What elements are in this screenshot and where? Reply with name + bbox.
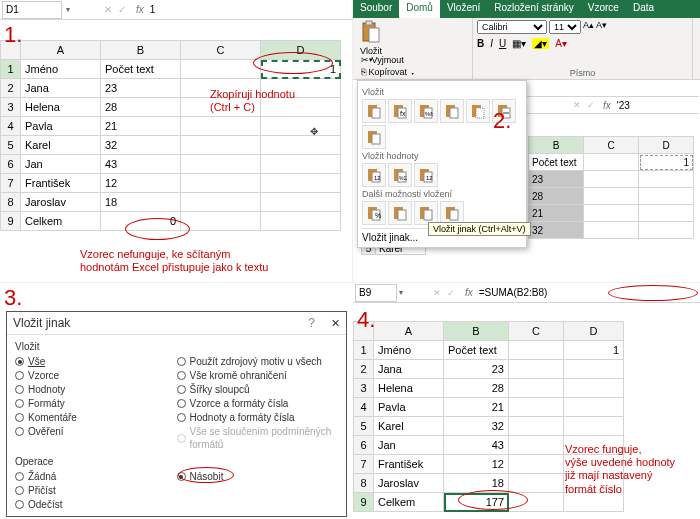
- fx-icon[interactable]: fx: [465, 287, 473, 298]
- name-box-dropdown[interactable]: ▾: [399, 288, 403, 297]
- copy-button[interactable]: ⎘ Kopírovat ▾: [359, 66, 440, 78]
- svg-rect-34: [424, 210, 432, 220]
- name-box-dropdown[interactable]: ▾: [62, 5, 74, 14]
- help-icon[interactable]: ?: [308, 316, 315, 330]
- tab-data[interactable]: Data: [626, 0, 661, 18]
- paste-formulas-num-icon[interactable]: %fx: [414, 99, 438, 123]
- col-header-b[interactable]: B: [101, 41, 181, 60]
- svg-text:123: 123: [426, 175, 433, 181]
- underline-button[interactable]: U: [499, 38, 506, 49]
- paste-formulas-icon[interactable]: fx: [388, 99, 412, 123]
- table-row[interactable]: 7František12: [1, 174, 341, 193]
- radio-values-num[interactable]: Hodnoty a formáty čísla: [177, 411, 339, 424]
- svg-rect-18: [372, 134, 380, 144]
- svg-text:%fx: %fx: [425, 111, 433, 117]
- paste-section-label: Vložit: [362, 87, 522, 97]
- radio-vzorce[interactable]: Vzorce: [15, 369, 177, 382]
- paste-special-tooltip: Vložit jinak (Ctrl+Alt+V): [428, 222, 531, 236]
- paste-values-section-label: Vložit hodnoty: [362, 151, 522, 161]
- radio-hodnoty[interactable]: Hodnoty: [15, 383, 177, 396]
- table-row[interactable]: 1JménoPočet text1: [354, 341, 624, 360]
- radio-formaty[interactable]: Formáty: [15, 397, 177, 410]
- svg-rect-2: [369, 28, 379, 42]
- fx-icon[interactable]: fx: [603, 100, 611, 111]
- paste-button[interactable]: Vložit ▾: [357, 20, 385, 54]
- col-header-a[interactable]: A: [374, 322, 444, 341]
- table-row[interactable]: 5Karel32: [354, 417, 624, 436]
- col-header-b[interactable]: B: [444, 322, 509, 341]
- paste-values-format-icon[interactable]: 123: [414, 163, 438, 187]
- formula-input[interactable]: =SUMA(B2:B8): [479, 287, 548, 298]
- anno-copy-text: Zkopíruji hodnotu (Ctrl + C): [210, 88, 295, 114]
- table-row[interactable]: 3Helena28: [354, 379, 624, 398]
- paste-link-icon[interactable]: [388, 201, 412, 225]
- paste-keep-format-icon[interactable]: [440, 99, 464, 123]
- step-3-label: 3.: [4, 285, 22, 311]
- dialog-title: Vložit jinak: [13, 316, 70, 330]
- tab-layout[interactable]: Rozložení stránky: [487, 0, 580, 18]
- decrease-font-icon[interactable]: A▾: [596, 20, 607, 34]
- radio-vse[interactable]: Vše: [15, 355, 177, 368]
- cancel-icon: ✕: [573, 100, 581, 110]
- table-row[interactable]: 8Jaroslav18: [1, 193, 341, 212]
- paste-transpose-icon[interactable]: [362, 125, 386, 149]
- col-header-a[interactable]: A: [21, 41, 101, 60]
- tab-home[interactable]: Domů: [399, 0, 440, 18]
- radio-source-theme[interactable]: Použít zdrojový motiv u všech: [177, 355, 339, 368]
- svg-text:%: %: [375, 212, 381, 219]
- step-4-label: 4.: [357, 307, 375, 333]
- col-header-c[interactable]: C: [181, 41, 261, 60]
- fill-color-button[interactable]: ◢▾: [532, 38, 549, 49]
- cancel-icon: ✕: [433, 288, 441, 298]
- step-2-label: 2.: [493, 108, 511, 134]
- paste-formatting-icon[interactable]: %: [362, 201, 386, 225]
- col-header-d[interactable]: D: [564, 322, 624, 341]
- name-box[interactable]: D1: [2, 1, 62, 19]
- radio-subtract[interactable]: Odečíst: [15, 498, 177, 511]
- radio-col-widths[interactable]: Šířky sloupců: [177, 383, 339, 396]
- svg-text:123: 123: [374, 175, 381, 181]
- font-family-select[interactable]: Calibri: [477, 20, 547, 34]
- tab-formulas[interactable]: Vzorce: [581, 0, 626, 18]
- accept-icon: ✓: [587, 100, 595, 110]
- radio-no-border[interactable]: Vše kromě ohraničení: [177, 369, 339, 382]
- anno-formula-fail: Vzorec nefunguje, ke sčítaným hodnotám E…: [80, 248, 268, 274]
- formula-input[interactable]: 1: [150, 4, 156, 15]
- formula-input[interactable]: '23: [617, 100, 630, 111]
- italic-button[interactable]: I: [490, 38, 493, 49]
- radio-overeni[interactable]: Ověření: [15, 425, 177, 438]
- font-size-select[interactable]: 11: [549, 20, 581, 34]
- font-color-button[interactable]: A▾: [555, 38, 567, 49]
- svg-text:fx: fx: [400, 110, 406, 117]
- font-group-label: Písmo: [473, 68, 692, 78]
- tab-file[interactable]: Soubor: [353, 0, 399, 18]
- table-row[interactable]: 4Pavla21: [1, 117, 341, 136]
- paste-all-icon[interactable]: [362, 99, 386, 123]
- cut-button[interactable]: ✂ Vyjmout: [359, 54, 440, 66]
- paste-special-dialog: Vložit jinak ?✕ Vložit Vše Vzorce Hodnot…: [6, 311, 347, 517]
- increase-font-icon[interactable]: A▴: [583, 20, 594, 34]
- radio-add[interactable]: Přičíst: [15, 484, 177, 497]
- radio-komentare[interactable]: Komentáře: [15, 411, 177, 424]
- radio-none[interactable]: Žádná: [15, 470, 177, 483]
- fx-icon[interactable]: fx: [136, 4, 144, 15]
- bold-button[interactable]: B: [477, 38, 484, 49]
- table-row[interactable]: 5Karel32: [1, 136, 341, 155]
- name-box[interactable]: B9: [355, 284, 397, 302]
- table-row[interactable]: 2Jana23: [354, 360, 624, 379]
- close-icon[interactable]: ✕: [331, 317, 340, 329]
- paste-values-num-icon[interactable]: %123: [388, 163, 412, 187]
- spreadsheet-grid-fragment[interactable]: BCD Počet text1 23 28 21 32: [528, 136, 694, 239]
- table-row[interactable]: 6Jan43: [1, 155, 341, 174]
- radio-merge-cond[interactable]: Vše se sloučením podmíněných formátů: [177, 425, 339, 451]
- table-row[interactable]: 4Pavla21: [354, 398, 624, 417]
- col-header-c[interactable]: C: [509, 322, 564, 341]
- svg-rect-32: [398, 210, 406, 220]
- anno-circle-d1: [253, 52, 333, 74]
- paste-values-icon[interactable]: 123: [362, 163, 386, 187]
- radio-formulas-num[interactable]: Vzorce a formáty čísla: [177, 397, 339, 410]
- tab-insert[interactable]: Vložení: [440, 0, 487, 18]
- paste-no-border-icon[interactable]: [466, 99, 490, 123]
- borders-button[interactable]: ▦▾: [512, 38, 526, 49]
- step-1-label: 1.: [4, 22, 22, 48]
